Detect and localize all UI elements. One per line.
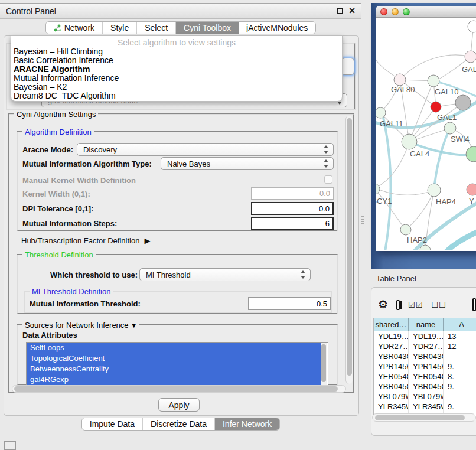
tab-impute-data[interactable]: Impute Data <box>82 418 143 430</box>
algorithm-option[interactable]: Dream8 DC_TDC Algorithm <box>11 92 342 100</box>
tab-select[interactable]: Select <box>137 22 176 34</box>
algorithm-definition-legend: Algorithm Definition <box>22 128 94 136</box>
aracne-mode-combobox[interactable]: Discovery <box>77 143 334 156</box>
gear-icon[interactable]: ⚙ <box>378 299 388 311</box>
tab-cyni-toolbox[interactable]: Cyni Toolbox <box>176 22 239 34</box>
table-cell: YDL19… <box>374 331 409 341</box>
node-label: GAL1 <box>437 113 457 122</box>
control-panel-titlebar: Control Panel ✕ <box>0 3 361 19</box>
node-HAP4[interactable] <box>428 184 441 197</box>
node-GAL80[interactable] <box>394 74 406 86</box>
mi-steps-field[interactable] <box>251 217 334 230</box>
window-close-icon[interactable] <box>380 8 387 15</box>
table-hscroll-thumb[interactable] <box>375 415 465 420</box>
manual-kernel-checkbox[interactable] <box>324 175 332 184</box>
table-row[interactable]: YLR345WYLR345W9. <box>374 402 476 412</box>
tab-label: Network <box>64 23 94 32</box>
table-row[interactable]: YDR27…YDR27…12 <box>374 341 476 351</box>
float-window-icon[interactable] <box>337 8 343 14</box>
table-cell: 9. <box>444 361 476 371</box>
column-header[interactable]: shared… <box>374 318 409 331</box>
tab-infer-network[interactable]: Infer Network <box>215 418 279 430</box>
algorithm-dropdown-placeholder: Select algorithm to view settings <box>11 36 342 47</box>
settings-hscroll-thumb[interactable] <box>14 386 338 392</box>
hub-definition-expander[interactable]: Hub/Transcription Factor Definition ▶ <box>21 236 150 245</box>
algorithm-option[interactable]: Basic Correlation Inference <box>11 56 342 65</box>
tab-label: Discretize Data <box>151 419 207 429</box>
node-GAL4[interactable] <box>402 134 417 149</box>
mi-algorithm-type-combobox[interactable]: Naive Bayes <box>161 157 334 170</box>
node-attribute-table[interactable]: shared…nameAYDL19…YDL19…13YDR27…YDR27…12… <box>373 318 476 418</box>
kernel-width-field[interactable] <box>251 187 334 200</box>
algorithm-option[interactable]: Mutual Information Inference <box>11 74 342 83</box>
tab-label: Select <box>145 23 168 32</box>
node-GAL10[interactable] <box>428 75 439 87</box>
algorithm-option[interactable]: ARACNE Algorithm <box>11 65 342 74</box>
close-icon[interactable]: ✕ <box>348 8 356 14</box>
node-SWI4[interactable] <box>444 122 456 134</box>
column-header[interactable]: name <box>409 318 444 331</box>
attribute-option[interactable]: gal4RGexp <box>27 374 321 385</box>
node-GCY1[interactable] <box>376 184 380 194</box>
window-zoom-icon[interactable] <box>403 8 410 15</box>
settings-vertical-scrollbar[interactable] <box>345 116 353 384</box>
tab-discretize-data[interactable]: Discretize Data <box>143 418 215 430</box>
table-cell <box>444 392 476 402</box>
table-row[interactable]: YBR045CYBR045C9. <box>374 381 476 392</box>
table-row[interactable]: YER054CYER054C8. <box>374 371 476 381</box>
network-window-titlebar[interactable] <box>376 6 476 18</box>
tab-style[interactable]: Style <box>103 22 137 34</box>
node-label: GAL <box>462 65 476 74</box>
top-tabbar-wrap: NetworkStyleSelectCyni ToolboxjActiveMNo… <box>0 21 361 34</box>
algorithm-option[interactable]: Bayesian – K2 <box>11 83 342 92</box>
node-GAL1[interactable] <box>431 102 441 112</box>
attributes-scroll-thumb[interactable] <box>321 344 326 382</box>
table-horizontal-scrollbar[interactable] <box>372 413 476 422</box>
node-GAL11[interactable] <box>376 107 386 118</box>
settings-horizontal-scrollbar[interactable] <box>12 385 346 393</box>
splitpane-grip[interactable] <box>361 216 364 224</box>
network-canvas[interactable]: GALGAL80GAL10GAL1GAL11SWI4GAL4GCY1HAP4YH… <box>376 18 476 250</box>
node-GAL[interactable] <box>465 51 476 63</box>
which-threshold-combobox[interactable]: MI Threshold <box>139 268 311 281</box>
aracne-mode-value: Discovery <box>83 145 322 154</box>
algorithm-dropdown-popup: Select algorithm to view settings Bayesi… <box>11 35 343 102</box>
attributes-scrollbar[interactable] <box>321 343 327 386</box>
table-row[interactable]: YBR043CYBR043C <box>374 351 476 361</box>
algorithm-combobox-edge[interactable] <box>341 58 354 75</box>
cyni-settings-legend: Cyni Algorithm Settings <box>14 110 98 119</box>
table-row[interactable]: YDL19…YDL19…13 <box>374 331 476 341</box>
node-HAP2[interactable] <box>400 224 411 235</box>
deselect-all-icon[interactable]: ☐☐ <box>431 301 446 309</box>
table-cell: YBR045C <box>374 381 409 392</box>
new-table-icon[interactable] <box>472 298 476 311</box>
node[interactable] <box>468 21 476 32</box>
node-label: Y <box>469 197 474 206</box>
dpi-tolerance-field[interactable] <box>251 202 334 215</box>
column-header[interactable]: A <box>444 318 476 331</box>
columns-icon[interactable] <box>396 300 400 310</box>
mi-threshold-field[interactable] <box>248 297 331 310</box>
dpi-tolerance-label: DPI Tolerance [0,1]: <box>22 204 93 213</box>
window-minimize-icon[interactable] <box>392 8 399 15</box>
combo-stepper-icon <box>299 270 307 279</box>
node[interactable] <box>455 95 471 110</box>
table-cell: YDR27… <box>409 341 444 351</box>
select-all-icon[interactable]: ☑☑ <box>408 301 423 309</box>
attribute-option[interactable]: BetweennessCentrality <box>27 364 321 374</box>
table-cell: YER054C <box>409 371 444 381</box>
node-Y[interactable] <box>467 184 476 195</box>
tab-network[interactable]: Network <box>46 22 103 34</box>
attribute-option[interactable]: SelfLoops <box>27 343 321 353</box>
apply-button[interactable]: Apply <box>158 398 200 412</box>
attribute-option[interactable]: TopologicalCoefficient <box>27 353 321 364</box>
node[interactable] <box>466 146 476 162</box>
table-row[interactable]: YPR145WYPR145W9. <box>374 361 476 371</box>
settings-vscroll-thumb[interactable] <box>347 118 352 376</box>
sources-legend[interactable]: Sources for Network Inference ▼ <box>22 321 139 330</box>
algorithm-option[interactable]: Bayesian – Hill Climbing <box>11 47 342 56</box>
data-attributes-list[interactable]: SelfLoopsTopologicalCoefficientBetweenne… <box>26 342 328 386</box>
tab-jactivemnodules[interactable]: jActiveMNodules <box>239 22 315 34</box>
corner-tool-button[interactable] <box>4 441 16 450</box>
table-row[interactable]: YBL079WYBL079W <box>374 392 476 402</box>
